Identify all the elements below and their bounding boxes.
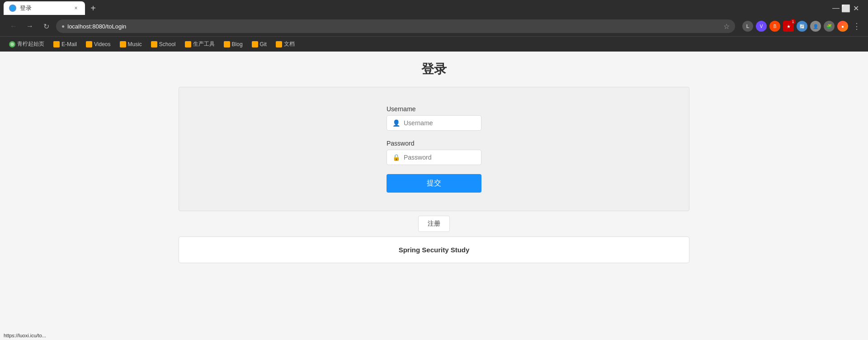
svg-point-0	[10, 42, 14, 46]
extension-brave-icon[interactable]: B	[769, 21, 780, 32]
school-icon	[151, 41, 157, 47]
bookmark-docs[interactable]: 文档	[272, 38, 298, 50]
username-input-wrapper: 👤	[387, 115, 481, 131]
bookmark-school[interactable]: School	[147, 39, 179, 49]
bookmark-music-label: Music	[128, 41, 142, 47]
password-input[interactable]	[404, 154, 476, 161]
extension-proton-icon[interactable]: V	[756, 21, 767, 32]
blog-icon	[224, 41, 230, 47]
password-input-wrapper: 🔒	[387, 150, 481, 165]
tools-icon	[185, 41, 191, 47]
extensions-area: L V B 1 ★ 🔄 👤 🧩 ● ⋮	[742, 21, 861, 32]
close-window-button[interactable]: ✕	[853, 5, 859, 11]
bookmark-blog[interactable]: Blog	[220, 39, 246, 49]
lock-icon: ●	[61, 23, 65, 29]
tab-bar: 🌐 登录 × + — ⬜ ✕	[0, 0, 868, 16]
register-button[interactable]: 注册	[418, 216, 450, 232]
bookmark-videos-label: Videos	[94, 41, 110, 47]
extension-puzzle-icon[interactable]: 🧩	[824, 21, 835, 32]
qingcheng-icon	[9, 41, 15, 47]
page-title: 登录	[421, 61, 447, 78]
footer-card: Spring Security Study	[179, 236, 689, 263]
bookmark-tools[interactable]: 生产工具	[181, 38, 218, 50]
bookmark-docs-label: 文档	[284, 40, 295, 48]
browser-chrome: 🌐 登录 × + — ⬜ ✕ ← → ↻ ● localhost:8080/to…	[0, 0, 868, 52]
bookmark-music[interactable]: Music	[116, 39, 146, 49]
bookmark-email-label: E-Mail	[61, 41, 77, 47]
password-group: Password 🔒	[387, 140, 481, 165]
extension-l-icon[interactable]: L	[742, 21, 753, 32]
tab-favicon: 🌐	[9, 5, 16, 12]
new-tab-button[interactable]: +	[87, 2, 99, 14]
lock-icon: 🔒	[392, 154, 400, 161]
bookmark-git-label: Git	[260, 41, 267, 47]
page-content: 登录 Username 👤 Password 🔒 提交 注册 Spring Se…	[0, 52, 868, 340]
url-text: localhost:8080/toLogin	[67, 23, 126, 30]
footer-text: Spring Security Study	[399, 246, 470, 254]
minimize-button[interactable]: —	[833, 5, 839, 11]
close-tab-button[interactable]: ×	[72, 5, 80, 12]
docs-icon	[276, 41, 282, 47]
extension-red-icon[interactable]: 1 ★	[783, 21, 794, 32]
reload-button[interactable]: ↻	[40, 20, 52, 33]
bookmark-git[interactable]: Git	[248, 39, 270, 49]
password-label: Password	[387, 140, 481, 147]
extension-blue-icon[interactable]: 🔄	[797, 21, 807, 32]
extension-avatar-icon[interactable]: 👤	[810, 21, 821, 32]
login-card: Username 👤 Password 🔒 提交	[179, 87, 689, 211]
email-icon	[53, 41, 60, 47]
git-icon	[252, 41, 258, 47]
back-button[interactable]: ←	[7, 20, 20, 33]
window-controls: — ⬜ ✕	[833, 5, 864, 11]
url-bar[interactable]: ● localhost:8080/toLogin ☆	[56, 19, 735, 33]
forward-button[interactable]: →	[24, 20, 36, 33]
bookmarks-bar: 青柠起始页 E-Mail Videos Music School 生产工具 Bl…	[0, 36, 868, 52]
url-actions: ☆	[723, 22, 730, 31]
username-input[interactable]	[404, 119, 476, 127]
bookmark-qingcheng[interactable]: 青柠起始页	[5, 38, 48, 50]
user-icon: 👤	[392, 119, 400, 127]
bookmark-email[interactable]: E-Mail	[50, 39, 80, 49]
music-icon	[120, 41, 126, 47]
bookmark-qingcheng-label: 青柠起始页	[17, 40, 44, 48]
username-group: Username 👤	[387, 105, 481, 131]
submit-button[interactable]: 提交	[387, 174, 481, 193]
username-label: Username	[387, 105, 481, 113]
videos-icon	[86, 41, 92, 47]
extension-profile-icon[interactable]: ●	[837, 21, 848, 32]
browser-menu-button[interactable]: ⋮	[853, 21, 861, 31]
status-url: https://luoxi.icu/to...	[4, 333, 46, 338]
bookmark-school-label: School	[159, 41, 176, 47]
tab-title: 登录	[20, 4, 69, 12]
bookmark-videos[interactable]: Videos	[82, 39, 114, 49]
maximize-button[interactable]: ⬜	[843, 5, 849, 11]
active-tab[interactable]: 🌐 登录 ×	[4, 1, 85, 15]
address-bar: ← → ↻ ● localhost:8080/toLogin ☆ L V B 1…	[0, 16, 868, 36]
bookmark-tools-label: 生产工具	[193, 40, 215, 48]
bookmark-blog-label: Blog	[232, 41, 243, 47]
status-bar: https://luoxi.icu/to...	[0, 331, 868, 340]
bookmark-star-icon[interactable]: ☆	[723, 22, 730, 31]
